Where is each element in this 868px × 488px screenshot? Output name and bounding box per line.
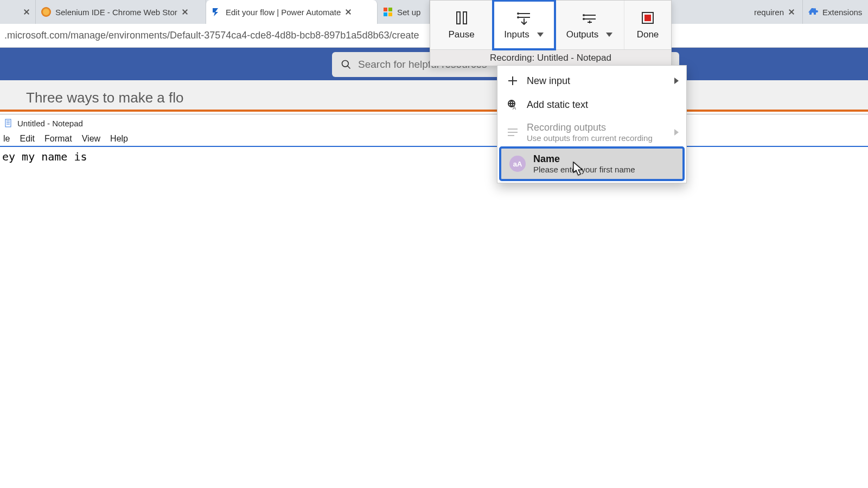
stop-icon — [641, 10, 655, 26]
menu-label: Add static text — [527, 99, 588, 111]
tab-power-automate[interactable]: Edit your flow | Power Automate — [206, 0, 378, 24]
chevron-right-icon — [674, 78, 679, 84]
notepad-body[interactable]: ey my name is — [0, 147, 868, 166]
page-subheader: Three ways to make a flo — [0, 80, 868, 112]
pause-button[interactable]: Pause — [430, 1, 493, 49]
notepad-titlebar[interactable]: Untitled - Notepad — [0, 114, 868, 132]
close-icon[interactable] — [345, 9, 352, 15]
search-icon — [341, 59, 352, 70]
tab-requiren[interactable]: requiren — [749, 0, 803, 24]
inputs-button[interactable]: Inputs — [493, 1, 555, 49]
tab-title: Edit your flow | Power Automate — [226, 8, 341, 17]
chevron-down-icon[interactable] — [606, 33, 612, 37]
svg-line-6 — [348, 66, 350, 69]
inputs-dropdown: New input A Add static text Recording ou… — [497, 65, 687, 183]
notepad-title: Untitled - Notepad — [17, 119, 83, 128]
svg-rect-1 — [384, 8, 387, 11]
close-icon[interactable] — [182, 9, 188, 15]
favicon-icon — [383, 7, 393, 17]
svg-point-21 — [583, 18, 585, 20]
menu-add-static-text[interactable]: A Add static text — [497, 93, 686, 117]
svg-rect-7 — [5, 119, 11, 127]
favicon-icon — [41, 7, 51, 17]
recorder-toolbar: Pause Inputs Outputs — [430, 0, 672, 66]
tab-unknown[interactable] — [0, 0, 36, 24]
menu-file[interactable]: le — [3, 134, 10, 144]
page-heading: Three ways to make a flo — [26, 89, 183, 110]
menu-sublabel: Use outputs from current recording — [527, 133, 653, 143]
svg-rect-2 — [388, 8, 392, 11]
menu-format[interactable]: Format — [44, 134, 72, 144]
chevron-right-icon — [674, 129, 679, 136]
tab-title: Selenium IDE - Chrome Web Stor — [55, 8, 177, 17]
svg-rect-11 — [457, 12, 460, 24]
menu-label: Recording outputs — [527, 122, 653, 133]
svg-rect-3 — [384, 12, 387, 16]
done-label: Done — [637, 29, 659, 40]
menu-input-name[interactable]: aA Name Please enter your first name — [501, 148, 683, 179]
svg-rect-4 — [388, 12, 392, 16]
done-button[interactable]: Done — [624, 1, 671, 49]
svg-text:A: A — [513, 105, 516, 110]
globe-text-icon: A — [506, 98, 519, 111]
list-icon — [506, 126, 519, 139]
inputs-label: Inputs — [504, 29, 529, 40]
outputs-icon — [582, 10, 598, 26]
chevron-down-icon[interactable] — [537, 33, 544, 37]
notepad-menubar: le Edit Format View Help — [0, 132, 868, 147]
pause-label: Pause — [448, 29, 474, 40]
outputs-label: Outputs — [566, 29, 599, 40]
menu-help[interactable]: Help — [110, 134, 128, 144]
tab-title: requiren — [754, 8, 784, 17]
menu-label: Name — [533, 153, 635, 165]
tab-title: Extensions — [822, 8, 862, 17]
recorder-subtitle: Recording: Untitled - Notepad — [430, 49, 671, 66]
menu-edit[interactable]: Edit — [20, 134, 35, 144]
menu-sublabel: Please enter your first name — [533, 165, 635, 174]
favicon-icon — [212, 7, 221, 17]
svg-point-16 — [517, 16, 519, 18]
text-badge-icon: aA — [509, 156, 526, 172]
pause-icon — [456, 10, 468, 26]
menu-label: New input — [527, 75, 570, 87]
plus-icon — [506, 74, 519, 87]
menu-recording-outputs: Recording outputs Use outputs from curre… — [497, 117, 686, 148]
menu-new-input[interactable]: New input — [497, 69, 686, 93]
tab-setup[interactable]: Set up — [378, 0, 430, 24]
menu-view[interactable]: View — [82, 134, 100, 144]
outputs-button[interactable]: Outputs — [555, 1, 624, 49]
url-text: .microsoft.com/manage/environments/Defau… — [4, 30, 419, 41]
inputs-icon — [516, 10, 532, 26]
tab-extensions[interactable]: Extensions — [803, 0, 868, 24]
puzzle-icon — [808, 7, 818, 17]
notepad-icon — [4, 119, 13, 127]
mouse-cursor-icon — [573, 162, 583, 176]
svg-point-14 — [517, 12, 519, 15]
tab-selenium[interactable]: Selenium IDE - Chrome Web Stor — [36, 0, 206, 24]
svg-point-19 — [583, 14, 585, 16]
close-icon[interactable] — [23, 9, 30, 15]
notepad-window: Untitled - Notepad le Edit Format View H… — [0, 114, 868, 488]
close-icon[interactable] — [788, 9, 795, 15]
svg-point-5 — [342, 61, 349, 67]
svg-rect-12 — [463, 12, 467, 24]
svg-marker-0 — [213, 8, 218, 16]
svg-rect-25 — [644, 15, 651, 21]
tab-title: Set up — [397, 8, 420, 17]
